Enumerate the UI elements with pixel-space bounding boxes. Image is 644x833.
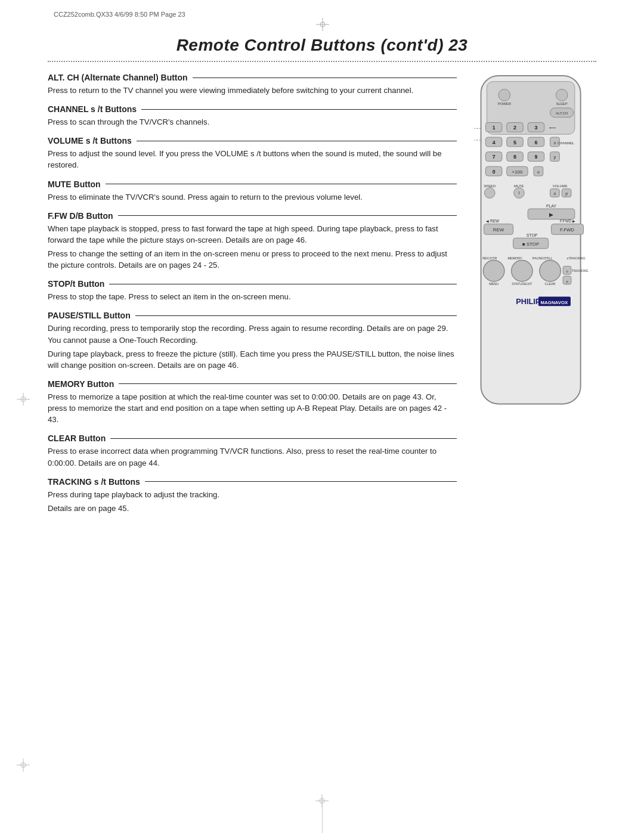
svg-text:CHANNEL: CHANNEL <box>558 141 575 145</box>
svg-text:I: I <box>518 191 519 195</box>
section-ffwd: F.FW D/B Button When tape playback is st… <box>48 211 457 271</box>
svg-text:⟵: ⟵ <box>549 125 556 131</box>
svg-text:PAUSE/STILL: PAUSE/STILL <box>532 256 553 260</box>
section-body-ffwd: When tape playback is stopped, press to … <box>48 223 457 271</box>
page-meta: CCZ252comb.QX33 4/6/99 8:50 PM Page 23 <box>54 11 185 18</box>
svg-text:9: 9 <box>534 154 537 160</box>
svg-text:REW: REW <box>493 227 504 233</box>
svg-text:MAGNAVOX: MAGNAVOX <box>541 300 568 305</box>
title-bar-stop <box>109 284 457 284</box>
svg-text:+100: +100 <box>512 169 523 175</box>
text-column: ALT. CH (Alternate Channel) Button Press… <box>48 73 457 522</box>
svg-text:▶: ▶ <box>549 212 553 218</box>
svg-text:MUTE: MUTE <box>514 184 524 188</box>
svg-text:p: p <box>553 156 556 160</box>
title-bar-mute <box>106 184 457 184</box>
page-title: Remote Control Buttons (cont'd) 23 <box>0 36 644 55</box>
section-title-channels: CHANNEL s /t Buttons <box>48 104 137 114</box>
content-area: ALT. CH (Alternate Channel) Button Press… <box>0 73 644 522</box>
svg-point-68 <box>483 261 504 281</box>
svg-text:POWER: POWER <box>498 102 511 106</box>
svg-text:F.FWD: F.FWD <box>560 227 574 233</box>
section-alt-ch: ALT. CH (Alternate Channel) Button Press… <box>48 73 457 96</box>
section-channels: CHANNEL s /t Buttons Press to scan throu… <box>48 104 457 128</box>
section-body-alt-ch: Press to return to the TV channel you we… <box>48 85 457 96</box>
section-memory: MEMORY Button Press to memorize a tape p… <box>48 379 457 425</box>
svg-text:STOP: STOP <box>527 233 538 237</box>
section-body-memory: Press to memorize a tape position at whi… <box>48 391 457 425</box>
section-body-clear: Press to erase incorrect data when progr… <box>48 445 457 468</box>
section-body-volume: Press to adjust the sound level. If you … <box>48 148 457 171</box>
section-title-line-memory: MEMORY Button <box>48 379 457 389</box>
svg-text:F.FWD ▶: F.FWD ▶ <box>560 219 575 223</box>
svg-text:p: p <box>565 191 568 196</box>
section-title-line-alt-ch: ALT. CH (Alternate Channel) Button <box>48 73 457 82</box>
svg-text:◀ REW: ◀ REW <box>486 219 499 223</box>
section-title-memory: MEMORY Button <box>48 379 114 389</box>
section-body-channels: Press to scan through the TV/VCR's chann… <box>48 116 457 128</box>
svg-text:■ STOP: ■ STOP <box>522 241 539 247</box>
section-title-volume: VOLUME s /t Buttons <box>48 136 132 145</box>
svg-text:4: 4 <box>493 140 496 145</box>
section-pause: PAUSE/STILL Button During recording, pre… <box>48 311 457 371</box>
title-bar-channels <box>141 109 457 110</box>
section-stop: STOP/t Button Press to stop the tape. Pr… <box>48 279 457 302</box>
section-tracking: TRACKING s /t Buttons Press during tape … <box>48 477 457 514</box>
remote-svg: POWER SLEEP ALT.CH 1 2 3 ⟵ 4 5 6 <box>474 73 593 419</box>
svg-text:8: 8 <box>513 154 516 160</box>
svg-text:3: 3 <box>534 125 537 131</box>
svg-text:SPEED: SPEED <box>484 184 496 188</box>
title-bar-tracking <box>145 481 457 482</box>
svg-text:5: 5 <box>513 140 516 145</box>
svg-text:o: o <box>553 141 556 145</box>
svg-text:2: 2 <box>513 125 516 131</box>
svg-text:0: 0 <box>493 169 496 175</box>
section-title-mute: MUTE Button <box>48 179 101 189</box>
svg-text:VOLUME: VOLUME <box>553 184 568 188</box>
svg-text:STATUS/EXIT: STATUS/EXIT <box>512 282 532 286</box>
section-title-line-mute: MUTE Button <box>48 179 457 189</box>
svg-text:PLAY: PLAY <box>546 204 556 208</box>
dotted-separator <box>48 61 596 62</box>
section-title-line-stop: STOP/t Button <box>48 279 457 289</box>
crosshair-top-icon <box>316 18 328 30</box>
crosshair-bottom-left-icon <box>17 758 30 773</box>
title-bar-memory <box>119 383 457 384</box>
section-body-tracking: Press during tape playback to adjust the… <box>48 489 457 514</box>
section-title-line-volume: VOLUME s /t Buttons <box>48 136 457 145</box>
svg-text:7: 7 <box>493 154 496 160</box>
svg-text:REC/OTR: REC/OTR <box>482 256 497 260</box>
crosshair-left-icon <box>17 392 30 407</box>
section-title-line-tracking: TRACKING s /t Buttons <box>48 477 457 487</box>
section-title-line-pause: PAUSE/STILL Button <box>48 311 457 320</box>
section-volume: VOLUME s /t Buttons Press to adjust the … <box>48 136 457 171</box>
section-title-tracking: TRACKING s /t Buttons <box>48 477 140 487</box>
section-title-line-ffwd: F.FW D/B Button <box>48 211 457 221</box>
remote-control-illustration: POWER SLEEP ALT.CH 1 2 3 ⟵ 4 5 6 <box>471 73 596 522</box>
svg-text:TRACKING: TRACKING <box>572 269 589 272</box>
svg-text:1: 1 <box>493 125 496 131</box>
svg-text:ALT.CH: ALT.CH <box>556 112 568 115</box>
title-bar-alt-ch <box>193 78 457 78</box>
section-title-clear: CLEAR Button <box>48 433 106 443</box>
section-title-stop: STOP/t Button <box>48 279 104 289</box>
svg-text:MENU: MENU <box>489 282 499 286</box>
section-body-stop: Press to stop the tape. Press to select … <box>48 291 457 302</box>
svg-text:CLEAR: CLEAR <box>545 282 556 286</box>
section-title-line-clear: CLEAR Button <box>48 433 457 443</box>
svg-point-42 <box>484 188 495 199</box>
svg-text:o: o <box>553 191 556 196</box>
section-clear: CLEAR Button Press to erase incorrect da… <box>48 433 457 468</box>
title-bar-pause <box>135 315 457 316</box>
svg-text:6: 6 <box>534 140 537 145</box>
svg-text:TRACKING: TRACKING <box>569 256 586 260</box>
section-title-ffwd: F.FW D/B Button <box>48 211 113 221</box>
svg-point-69 <box>512 261 532 281</box>
bottom-center-line <box>322 797 323 833</box>
section-title-pause: PAUSE/STILL Button <box>48 311 131 320</box>
title-bar-ffwd <box>118 215 457 216</box>
svg-text:o: o <box>537 170 540 174</box>
section-body-pause: During recording, press to temporarily s… <box>48 323 457 371</box>
svg-point-7 <box>556 89 568 101</box>
section-body-mute: Press to eliminate the TV/VCR's sound. P… <box>48 191 457 203</box>
